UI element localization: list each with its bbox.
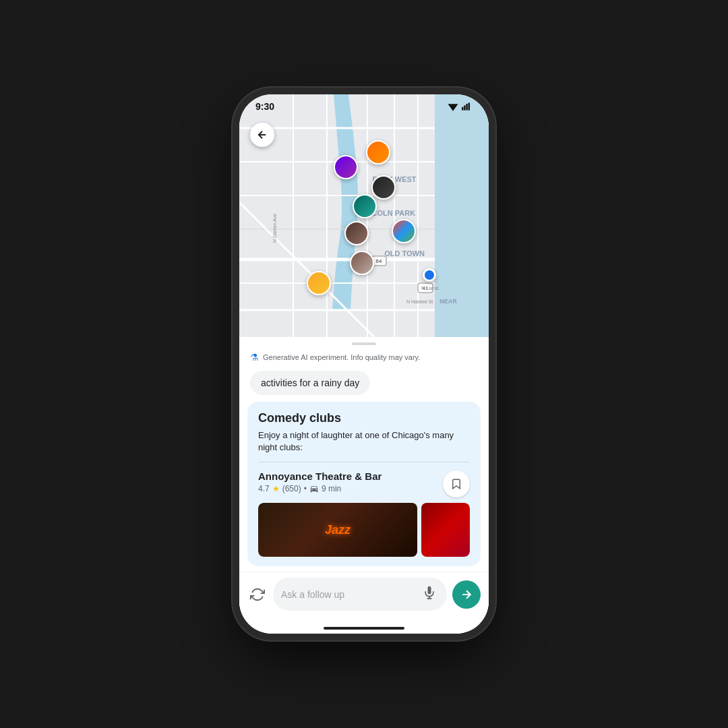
follow-up-input-wrapper[interactable]: Ask a follow up (273, 578, 447, 611)
place-image-1: Jazz (258, 503, 417, 557)
svg-text:OLD TOWN: OLD TOWN (384, 249, 425, 257)
svg-marker-26 (448, 104, 458, 111)
map-pin-8[interactable] (307, 271, 331, 295)
phone-wrapper: 64 41 PARK WEST LINCOLN PARK OLD TOWN NE… (239, 94, 489, 634)
status-icons (447, 102, 473, 111)
mic-icon (423, 586, 436, 599)
map-pin-6[interactable] (392, 219, 416, 243)
phone-inner: 64 41 PARK WEST LINCOLN PARK OLD TOWN NE… (239, 94, 489, 634)
drag-handle (352, 342, 376, 345)
svg-rect-29 (466, 104, 467, 111)
ai-notice-text: Generative AI experiment. Info quality m… (263, 353, 420, 361)
bookmark-icon (450, 478, 462, 490)
mic-button[interactable] (420, 584, 439, 604)
place-image-2 (421, 503, 470, 557)
map-pin-2[interactable] (366, 140, 390, 164)
map-pin-3[interactable] (371, 175, 396, 200)
drive-time: 9 min (322, 484, 341, 493)
svg-text:NEAR: NEAR (439, 298, 457, 305)
refresh-icon (250, 587, 265, 602)
map-background: 64 41 PARK WEST LINCOLN PARK OLD TOWN NE… (239, 94, 489, 337)
bottom-sheet: ⚗ Generative AI experiment. Info quality… (239, 337, 489, 634)
refresh-button[interactable] (247, 584, 268, 605)
follow-up-placeholder: Ask a follow up (281, 589, 420, 600)
svg-rect-28 (464, 105, 465, 110)
place-rating: 4.7 (258, 484, 270, 493)
wifi-icon (447, 102, 459, 111)
map-pin-7[interactable] (350, 251, 374, 275)
home-bar (324, 627, 404, 630)
flask-icon: ⚗ (250, 352, 259, 363)
save-button[interactable] (443, 471, 470, 497)
map-pin-1[interactable] (334, 155, 358, 179)
place-meta: 4.7 ★ (650) • 9 min (258, 484, 382, 493)
query-text: activities for a rainy day (261, 377, 359, 388)
signal-icon (462, 102, 473, 111)
ai-notice: ⚗ Generative AI experiment. Info quality… (239, 349, 489, 368)
home-indicator (239, 624, 489, 634)
place-row: Annoyance Theatre & Bar 4.7 ★ (650) • (258, 471, 470, 497)
status-bar: 9:30 (239, 94, 489, 115)
car-icon (309, 484, 319, 493)
send-button[interactable] (452, 580, 481, 609)
map-pin-5[interactable] (344, 221, 369, 245)
ai-card-title: Comedy clubs (258, 411, 470, 425)
place-name: Annoyance Theatre & Bar (258, 471, 382, 482)
star-icon: ★ (272, 484, 280, 493)
svg-text:N Larrat.: N Larrat. (421, 286, 439, 291)
bullet: • (304, 484, 307, 493)
svg-rect-27 (462, 107, 463, 111)
map-pin-4[interactable] (353, 194, 377, 218)
back-button[interactable] (250, 123, 274, 147)
svg-text:N Halsted St: N Halsted St (406, 299, 433, 304)
place-images: Jazz (258, 503, 470, 557)
card-divider (258, 462, 470, 462)
content-area: Comedy clubs Enjoy a night of laughter a… (239, 402, 489, 572)
status-time: 9:30 (255, 101, 274, 112)
svg-text:N Damen Ave: N Damen Ave (272, 214, 277, 243)
current-location-dot (423, 268, 436, 282)
ai-card-description: Enjoy a night of laughter at one of Chic… (258, 429, 470, 454)
place-info: Annoyance Theatre & Bar 4.7 ★ (650) • (258, 471, 382, 493)
query-bubble: activities for a rainy day (250, 371, 370, 395)
svg-rect-30 (468, 102, 470, 110)
place-reviews: (650) (282, 484, 301, 493)
svg-text:64: 64 (376, 258, 382, 264)
ai-card: Comedy clubs Enjoy a night of laughter a… (247, 402, 481, 566)
neon-sign: Jazz (325, 523, 351, 537)
send-icon (460, 588, 473, 601)
bottom-bar: Ask a follow up (239, 572, 489, 624)
phone-frame: 64 41 PARK WEST LINCOLN PARK OLD TOWN NE… (239, 94, 489, 634)
map-section: 64 41 PARK WEST LINCOLN PARK OLD TOWN NE… (239, 94, 489, 337)
